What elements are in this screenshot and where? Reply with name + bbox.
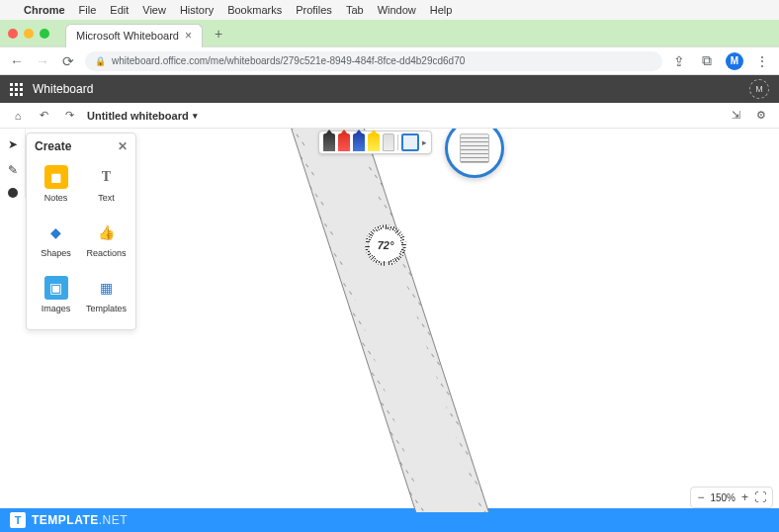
- mac-menu-bookmarks[interactable]: Bookmarks: [227, 4, 282, 16]
- svg-rect-1: [246, 129, 526, 512]
- window-minimize-button[interactable]: [24, 29, 34, 39]
- ruler-icon: [460, 133, 489, 163]
- create-images-button[interactable]: ▣ Images: [31, 270, 81, 319]
- mac-menu-tab[interactable]: Tab: [346, 4, 364, 16]
- zoom-controls: − 150% + ⛶: [690, 487, 773, 508]
- document-title[interactable]: Untitled whiteboard ▾: [87, 110, 198, 122]
- settings-icon[interactable]: ⚙: [753, 108, 769, 124]
- app-name: Whiteboard: [33, 82, 93, 96]
- eraser-tool[interactable]: [383, 133, 394, 151]
- canvas-area[interactable]: ➤ ✎ Create ✕ ◼ Notes T Text ◆ Shapes 👍 R…: [0, 129, 779, 512]
- chevron-down-icon: ▾: [193, 111, 198, 121]
- lock-icon: 🔒: [95, 56, 106, 66]
- pen-black[interactable]: [323, 133, 335, 151]
- pen-blue[interactable]: [353, 133, 365, 151]
- undo-button[interactable]: ↶: [36, 108, 51, 124]
- header-avatar[interactable]: M: [749, 79, 769, 99]
- app-header: Whiteboard M: [0, 75, 779, 103]
- mac-menu-chrome[interactable]: Chrome: [24, 4, 65, 16]
- home-icon[interactable]: ⌂: [10, 108, 26, 124]
- browser-tab[interactable]: Microsoft Whiteboard ×: [65, 24, 203, 47]
- mac-menu-file[interactable]: File: [79, 4, 97, 16]
- mac-menu-help[interactable]: Help: [430, 4, 453, 16]
- toolbar-divider: [397, 134, 398, 150]
- cursor-icon[interactable]: ➤: [5, 136, 21, 152]
- notes-icon: ◼: [44, 165, 68, 189]
- create-templates-button[interactable]: ▦ Templates: [81, 270, 131, 319]
- templates-icon: ▦: [95, 276, 119, 300]
- ruler-tool-button[interactable]: [401, 133, 419, 151]
- create-shapes-button[interactable]: ◆ Shapes: [31, 215, 81, 264]
- mac-menu-profiles[interactable]: Profiles: [296, 4, 332, 16]
- left-rail: ➤ ✎: [0, 129, 26, 198]
- new-tab-button[interactable]: +: [209, 26, 228, 42]
- mac-menu-view[interactable]: View: [142, 4, 166, 16]
- share-button[interactable]: ⇲: [728, 108, 743, 124]
- highlighter-yellow[interactable]: [368, 133, 380, 151]
- text-icon: T: [95, 165, 119, 189]
- mac-menu-edit[interactable]: Edit: [110, 4, 129, 16]
- reactions-icon: 👍: [95, 221, 119, 244]
- fit-to-screen-button[interactable]: ⛶: [754, 490, 766, 504]
- window-zoom-button[interactable]: [40, 29, 49, 39]
- nav-back-button[interactable]: ←: [8, 52, 26, 70]
- tab-close-icon[interactable]: ×: [185, 29, 192, 43]
- extensions-icon[interactable]: ⧉: [698, 52, 716, 70]
- browser-tabstrip: Microsoft Whiteboard × +: [0, 20, 779, 47]
- footer-logo: T: [10, 512, 26, 528]
- window-controls: [8, 29, 49, 39]
- inking-toolbar: ▸: [318, 131, 432, 154]
- pen-icon[interactable]: ✎: [5, 162, 21, 178]
- create-notes-button[interactable]: ◼ Notes: [31, 159, 81, 209]
- create-text-button[interactable]: T Text: [81, 159, 131, 209]
- panel-title: Create: [35, 139, 71, 153]
- share-icon[interactable]: ⇪: [670, 52, 688, 70]
- tab-title: Microsoft Whiteboard: [76, 30, 179, 42]
- nav-forward-button[interactable]: →: [34, 52, 51, 70]
- images-icon: ▣: [44, 276, 68, 300]
- shapes-icon: ◆: [44, 221, 68, 244]
- create-panel: Create ✕ ◼ Notes T Text ◆ Shapes 👍 React…: [26, 133, 136, 330]
- footer-brand: TEMPLATE.NET: [32, 513, 128, 527]
- panel-close-button[interactable]: ✕: [118, 139, 128, 153]
- window-close-button[interactable]: [8, 29, 18, 39]
- zoom-out-button[interactable]: −: [697, 490, 704, 504]
- profile-avatar[interactable]: M: [726, 52, 743, 70]
- create-reactions-button[interactable]: 👍 Reactions: [81, 215, 131, 264]
- chrome-menu-button[interactable]: ⋮: [753, 52, 771, 70]
- browser-toolbar: ← → ⟳ 🔒 whiteboard.office.com/me/whitebo…: [0, 47, 779, 75]
- zoom-in-button[interactable]: +: [741, 490, 748, 504]
- mac-menu-history[interactable]: History: [180, 4, 214, 16]
- app-launcher-button[interactable]: [10, 83, 23, 96]
- ruler-angle-badge[interactable]: 72°: [368, 227, 403, 263]
- address-bar[interactable]: 🔒 whiteboard.office.com/me/whiteboards/2…: [85, 51, 662, 71]
- mac-menu-window[interactable]: Window: [378, 4, 416, 16]
- toolbar-expand-icon[interactable]: ▸: [422, 137, 427, 147]
- url-text: whiteboard.office.com/me/whiteboards/279…: [112, 55, 465, 66]
- zoom-level: 150%: [710, 492, 736, 503]
- redo-button[interactable]: ↷: [61, 108, 77, 124]
- pen-red[interactable]: [338, 133, 350, 151]
- more-icon[interactable]: [8, 188, 18, 198]
- app-toolbar: ⌂ ↶ ↷ Untitled whiteboard ▾ ⇲ ⚙: [0, 103, 779, 129]
- mac-menubar: Chrome File Edit View History Bookmarks …: [0, 0, 779, 20]
- nav-reload-button[interactable]: ⟳: [59, 52, 77, 70]
